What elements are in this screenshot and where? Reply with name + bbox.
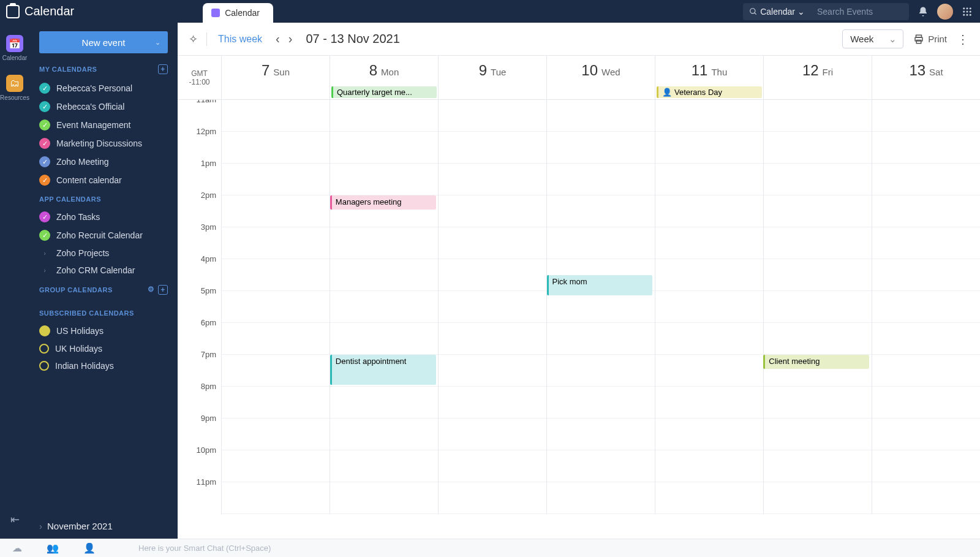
grid-column[interactable] (872, 100, 980, 514)
grid-column[interactable] (764, 100, 872, 514)
hour-label: 11am (178, 100, 221, 127)
calendar-item[interactable]: Marketing Discussions (39, 134, 168, 153)
day-header-row: GMT -11:00 7Sun8MonQuarterly target me..… (178, 56, 980, 100)
calendar-item[interactable]: Rebecca's Personal (39, 79, 168, 97)
search-scope[interactable]: Calendar ⌄ (743, 7, 811, 17)
add-calendar-icon[interactable]: + (158, 64, 168, 74)
calendar-name: Zoho CRM Calendar (56, 265, 135, 275)
event-title: Dentist appointment (336, 357, 407, 366)
chat-bar: ☁ 👥 👤 Here is your Smart Chat (Ctrl+Spac… (0, 539, 980, 557)
grid-column[interactable] (655, 100, 764, 514)
hour-label: 6pm (178, 318, 221, 350)
hour-label: 3pm (178, 222, 221, 254)
event-title: Managers meeting (336, 197, 402, 207)
svg-point-4 (970, 7, 971, 9)
rail-item-resources[interactable]: 🗂 Resources (0, 75, 29, 101)
search-input[interactable] (811, 7, 909, 17)
day-number: 10 (581, 62, 598, 79)
calendar-name: Zoho Recruit Calendar (56, 230, 143, 240)
calendar-event[interactable]: Pick mom (547, 275, 653, 295)
calendar-area: GMT -11:00 7Sun8MonQuarterly target me..… (178, 56, 980, 539)
day-header[interactable]: 7Sun (222, 56, 330, 99)
calendar-event[interactable]: Dentist appointment (330, 355, 436, 385)
avatar[interactable] (937, 4, 953, 20)
day-header[interactable]: 10Wed (547, 56, 655, 99)
more-options-icon[interactable]: ⋮ (957, 32, 969, 47)
calendar-item[interactable]: UK Holidays (39, 340, 168, 357)
print-button[interactable]: Print (913, 34, 947, 45)
quick-add-icon[interactable]: ✧ (189, 32, 207, 46)
calendar-color-dot (39, 230, 50, 241)
time-grid[interactable]: 11am12pm1pm2pm3pm4pm5pm6pm7pm8pm9pm10pm1… (178, 100, 980, 539)
calendar-name: Zoho Projects (56, 248, 109, 258)
day-header[interactable]: 13Sat (872, 56, 980, 99)
grid-column[interactable] (547, 100, 655, 514)
day-number: 8 (369, 62, 377, 79)
allday-event[interactable]: 👤Veterans Day (657, 86, 762, 98)
grid-column[interactable] (222, 100, 330, 514)
toolbar-right: Week Print ⋮ (842, 29, 969, 48)
calendar-item[interactable]: Zoho Meeting (39, 153, 168, 171)
calendar-item[interactable]: ›Zoho CRM Calendar (39, 262, 168, 279)
next-week-icon[interactable]: › (286, 32, 295, 46)
profile-icon[interactable]: 👤 (83, 542, 96, 554)
prev-week-icon[interactable]: ‹ (273, 32, 282, 46)
allday-event[interactable]: Quarterly target me... (331, 86, 437, 98)
calendar-item[interactable]: Zoho Recruit Calendar (39, 226, 168, 244)
apps-grid-icon[interactable] (962, 6, 973, 17)
day-number: 12 (802, 62, 819, 79)
day-number: 11 (692, 62, 708, 79)
grid-column[interactable] (330, 100, 439, 514)
calendar-color-dot (39, 83, 50, 94)
calendar-color-dot (39, 211, 50, 222)
rail-item-calendar[interactable]: 📅 Calendar (2, 35, 28, 61)
chevron-right-icon: › (39, 267, 50, 274)
svg-point-10 (970, 13, 971, 15)
calendar-item[interactable]: Indian Holidays (39, 357, 168, 374)
calendar-item[interactable]: Rebecca's Official (39, 97, 168, 116)
app-calendars-list: Zoho TasksZoho Recruit Calendar›Zoho Pro… (39, 208, 168, 279)
gear-icon[interactable]: ⚙ (148, 285, 155, 295)
month-nav[interactable]: › November 2021 (39, 521, 113, 531)
add-group-icon[interactable]: + (158, 285, 168, 295)
calendar-item[interactable]: ›Zoho Projects (39, 244, 168, 262)
calendar-item[interactable]: Content calendar (39, 171, 168, 189)
calendar-color-dot (39, 156, 50, 167)
calendar-item[interactable]: Event Management (39, 116, 168, 134)
tab-calendar[interactable]: Calendar (203, 3, 273, 23)
contacts-icon[interactable]: 👥 (47, 542, 59, 554)
this-week-button[interactable]: This week (218, 34, 262, 45)
day-header[interactable]: 9Tue (439, 56, 547, 99)
collapse-sidebar-icon[interactable]: ⇤ (10, 513, 20, 526)
svg-point-6 (967, 10, 968, 12)
calendar-color-ring (39, 361, 49, 371)
svg-point-2 (963, 7, 965, 9)
view-select[interactable]: Week (842, 29, 903, 48)
event-title: Client meeting (769, 357, 820, 366)
event-title: Pick mom (552, 277, 587, 286)
new-event-button[interactable]: New event ⌄ (39, 31, 168, 53)
calendar-event[interactable]: Client meeting (763, 355, 869, 369)
day-name: Sat (929, 67, 943, 77)
calendar-color-dot (39, 175, 50, 186)
subscribed-list: US HolidaysUK HolidaysIndian Holidays (39, 322, 168, 374)
resources-icon: 🗂 (6, 75, 23, 92)
calendar-item[interactable]: US Holidays (39, 322, 168, 340)
day-header[interactable]: 11Thu👤Veterans Day (655, 56, 764, 99)
calendar-event[interactable]: Managers meeting (330, 195, 436, 210)
week-nav: ‹ › (273, 32, 295, 46)
day-header[interactable]: 12Fri (764, 56, 872, 99)
chevron-down-icon: ⌄ (797, 7, 805, 17)
calendar-item[interactable]: Zoho Tasks (39, 208, 168, 226)
chat-cloud-icon[interactable]: ☁ (12, 542, 22, 554)
timezone-label: GMT -11:00 (178, 56, 222, 99)
calendar-name: Indian Holidays (55, 361, 114, 371)
grid-column[interactable] (439, 100, 547, 514)
day-header[interactable]: 8MonQuarterly target me... (330, 56, 439, 99)
day-number: 7 (262, 62, 270, 79)
person-icon: 👤 (662, 88, 672, 97)
time-labels: 11am12pm1pm2pm3pm4pm5pm6pm7pm8pm9pm10pm1… (178, 100, 222, 514)
section-subscribed: SUBSCRIBED CALENDARS (39, 309, 168, 317)
grid-columns (222, 100, 980, 514)
bell-icon[interactable] (918, 6, 929, 17)
